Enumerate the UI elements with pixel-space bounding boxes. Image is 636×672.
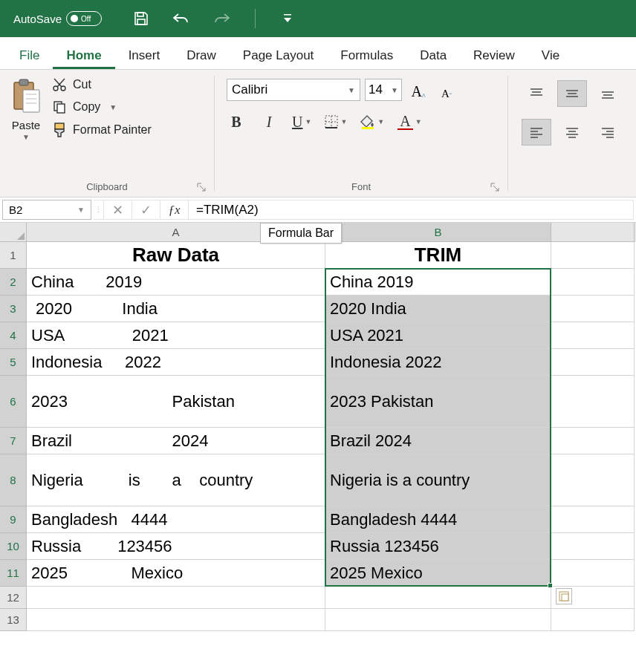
cell[interactable]: Brazil 2024	[27, 428, 325, 454]
spreadsheet-grid[interactable]: A B 1Raw DataTRIM2China 2019China 20193 …	[0, 223, 636, 631]
align-center-button[interactable]	[557, 119, 587, 146]
cell[interactable]	[551, 296, 635, 322]
italic-button[interactable]: I	[259, 111, 279, 132]
tab-review[interactable]: Review	[460, 41, 528, 69]
cell[interactable]: USA 2021	[325, 322, 551, 349]
cell[interactable]	[551, 269, 635, 296]
cell[interactable]: USA 2021	[27, 322, 325, 349]
borders-button[interactable]: ▼	[325, 111, 347, 132]
row-header[interactable]: 13	[0, 609, 27, 631]
tab-insert[interactable]: Insert	[115, 41, 174, 69]
cell[interactable]	[551, 376, 635, 428]
cell[interactable]: Bangladesh 4444	[325, 506, 551, 533]
fx-icon[interactable]: ƒx	[160, 200, 189, 219]
cancel-icon[interactable]: ✕	[104, 200, 132, 219]
paste-dropdown-icon[interactable]: ▼	[22, 133, 30, 141]
increase-font-button[interactable]: A^	[406, 79, 430, 100]
tab-data[interactable]: Data	[406, 41, 460, 69]
font-color-button[interactable]: A▼	[398, 111, 421, 132]
cell[interactable]: Brazil 2024	[325, 428, 551, 454]
row-header[interactable]: 8	[0, 454, 27, 506]
cell[interactable]: 2020 India	[27, 296, 325, 322]
align-left-button[interactable]	[522, 119, 551, 146]
tab-home[interactable]: Home	[53, 41, 114, 69]
row-header[interactable]: 12	[0, 587, 27, 609]
row-header[interactable]: 4	[0, 322, 27, 349]
row-header[interactable]: 5	[0, 349, 27, 376]
qat-customize-icon[interactable]	[284, 14, 291, 23]
cell[interactable]	[325, 609, 551, 631]
cell[interactable]	[27, 609, 325, 631]
name-box[interactable]: B2 ▼	[2, 200, 91, 220]
cell[interactable]: 2023 Pakistan	[27, 376, 325, 428]
tab-view[interactable]: Vie	[528, 41, 573, 69]
format-painter-button[interactable]: Format Painter	[52, 122, 152, 138]
cell[interactable]	[551, 242, 635, 269]
toggle-switch[interactable]: Off	[66, 11, 102, 26]
font-size-select[interactable]: 14 ▼	[365, 79, 402, 101]
autosave-toggle[interactable]: AutoSave Off	[13, 11, 102, 26]
row-header[interactable]: 6	[0, 376, 27, 428]
cell[interactable]: 2023 Pakistan	[325, 376, 551, 428]
align-top-button[interactable]	[522, 80, 551, 107]
save-icon[interactable]	[132, 9, 151, 28]
cell[interactable]	[551, 349, 635, 376]
smart-tag-icon[interactable]	[556, 588, 572, 604]
cell[interactable]	[551, 428, 635, 454]
row-header[interactable]: 11	[0, 560, 27, 587]
font-name-select[interactable]: Calibri ▼	[227, 79, 360, 101]
cell[interactable]: Russia 123456	[27, 533, 325, 560]
col-header-c[interactable]	[551, 223, 635, 242]
paste-button[interactable]: Paste ▼	[6, 74, 49, 178]
copy-button[interactable]: Copy ▼	[52, 100, 152, 114]
row-header[interactable]: 3	[0, 296, 27, 322]
cell[interactable]	[551, 533, 635, 560]
enter-icon[interactable]: ✓	[132, 200, 160, 219]
cut-button[interactable]: Cut	[52, 77, 152, 92]
row-header[interactable]: 1	[0, 242, 27, 269]
cell[interactable]: Raw Data	[27, 242, 325, 269]
cell[interactable]: TRIM	[325, 242, 551, 269]
clipboard-launcher-icon[interactable]	[196, 182, 207, 192]
copy-dropdown-icon[interactable]: ▼	[109, 103, 117, 111]
formula-input[interactable]: =TRIM(A2) Formula Bar	[189, 200, 634, 220]
cell[interactable]: Russia 123456	[325, 533, 551, 560]
redo-icon[interactable]	[212, 9, 231, 28]
tab-page-layout[interactable]: Page Layout	[230, 41, 327, 69]
undo-icon[interactable]	[172, 9, 191, 28]
underline-button[interactable]: U▼	[292, 111, 311, 132]
cell[interactable]: 2025 Mexico	[27, 560, 325, 587]
tab-formulas[interactable]: Formulas	[327, 41, 406, 69]
cell[interactable]	[27, 587, 325, 609]
cell[interactable]: Bangladesh 4444	[27, 506, 325, 533]
namebox-expand-icon[interactable]: ⋮	[94, 200, 104, 219]
cell[interactable]: Indonesia 2022	[325, 349, 551, 376]
tab-file[interactable]: File	[6, 41, 53, 69]
cell[interactable]	[551, 609, 635, 631]
row-header[interactable]: 2	[0, 269, 27, 296]
align-bottom-button[interactable]	[593, 80, 623, 107]
col-header-b[interactable]: B	[325, 223, 551, 242]
row-header[interactable]: 10	[0, 533, 27, 560]
row-header[interactable]: 9	[0, 506, 27, 533]
cell[interactable]: Nigeria is a country	[325, 454, 551, 506]
fill-color-button[interactable]: ▼	[360, 111, 384, 132]
tab-draw[interactable]: Draw	[173, 41, 230, 69]
cell[interactable]: China 2019	[325, 269, 551, 296]
row-header[interactable]: 7	[0, 428, 27, 454]
decrease-font-button[interactable]: Aˇ	[435, 79, 458, 100]
cell[interactable]: Indonesia 2022	[27, 349, 325, 376]
cell[interactable]: 2025 Mexico	[325, 560, 551, 587]
bold-button[interactable]: B	[227, 111, 246, 132]
align-right-button[interactable]	[593, 119, 623, 146]
cell[interactable]	[551, 506, 635, 533]
cell[interactable]	[551, 454, 635, 506]
font-launcher-icon[interactable]	[490, 182, 500, 192]
align-middle-button[interactable]	[557, 80, 587, 107]
cell[interactable]: Nigeria is a country	[27, 454, 325, 506]
cell[interactable]	[551, 322, 635, 349]
cell[interactable]: 2020 India	[325, 296, 551, 322]
cell[interactable]	[551, 560, 635, 587]
select-all-corner[interactable]	[0, 223, 27, 242]
cell[interactable]	[325, 587, 551, 609]
